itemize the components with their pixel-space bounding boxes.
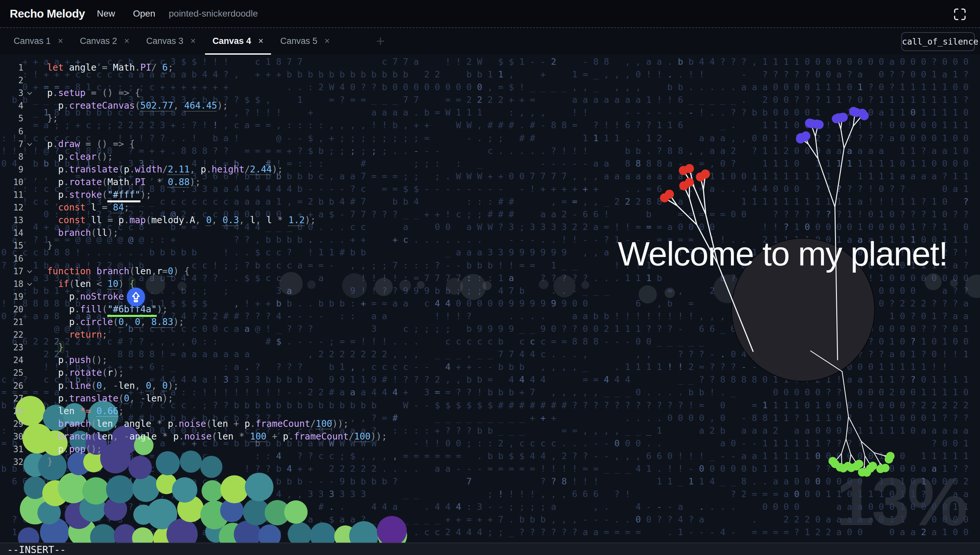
code-text: }; [47, 112, 58, 124]
tab-label: Canvas 3 [146, 36, 183, 46]
code-text: p.circle(0, 0, 8.83); [47, 316, 184, 328]
line-number: 29 [0, 419, 23, 429]
tab-canvas-1[interactable]: Canvas 1× [5, 27, 72, 55]
code-line[interactable]: 12 const l = 84; [0, 201, 980, 214]
code-line[interactable]: 1let angle = Math.PI/ 6; [0, 61, 980, 74]
code-line[interactable]: 11 p.stroke("#fff"); [0, 188, 980, 201]
code-line[interactable]: 31 p.pop(); [0, 443, 980, 456]
tab-canvas-4[interactable]: Canvas 4× [204, 27, 272, 55]
code-line[interactable]: 5}; [0, 112, 980, 125]
tab-label: Canvas 4 [213, 36, 251, 46]
code-line[interactable]: 17function branch(len,r=0) { [0, 265, 980, 278]
code-line[interactable]: 13 const ll = p.map(melody.A, 0, 0.3, l,… [0, 214, 980, 226]
editor[interactable]: 13% + + a a + + , , c c b . c c 3 $ $ ! … [0, 55, 980, 543]
fold-chevron-icon[interactable] [27, 269, 32, 275]
tab-canvas-5[interactable]: Canvas 5× [272, 27, 338, 55]
menu-open[interactable]: Open [133, 0, 155, 27]
code-line[interactable]: 27 p.translate(0, -len); [0, 392, 980, 405]
editor-mode: --INSERT-- [7, 544, 66, 555]
close-icon[interactable]: × [325, 37, 330, 45]
code-text: const ll = p.map(melody.A, 0, 0.3, l, l … [47, 214, 316, 226]
fold-chevron-icon[interactable] [27, 141, 32, 148]
line-number: 28 [0, 406, 23, 416]
line-number: 14 [0, 228, 23, 238]
ai-suggest-button[interactable] [127, 287, 145, 306]
code-text: p.fill("#6bff4a"); [47, 303, 168, 315]
code-line[interactable]: 2 [0, 74, 980, 87]
code-text: len *= 0.66; [47, 405, 124, 417]
fold-chevron-icon[interactable] [27, 281, 32, 287]
line-number: 12 [0, 202, 23, 213]
code-line[interactable]: 8 p.clear(); [0, 150, 980, 163]
code-text: let angle = Math.PI/ 6; [47, 62, 173, 74]
code-text: p.setup = () => { [47, 87, 141, 99]
code-line[interactable]: 4 p.createCanvas(502.77, 464.45); [0, 99, 980, 112]
code-line[interactable]: 32} [0, 456, 980, 468]
code-text: } [47, 342, 64, 353]
close-icon[interactable]: × [190, 37, 196, 45]
preset-select-value: call_of_silence [902, 37, 978, 47]
code-line[interactable]: 24 p.push(); [0, 354, 980, 366]
close-icon[interactable]: × [124, 37, 129, 45]
line-number: 25 [0, 367, 23, 378]
code-line[interactable]: 18 if(len < 10) { [0, 278, 980, 290]
code-text: p.translate(0, -len); [47, 393, 173, 404]
code-line[interactable]: 25 p.rotate(r); [0, 366, 980, 379]
code-line[interactable]: 16 [0, 252, 980, 265]
code-area[interactable]: 1let angle = Math.PI/ 6;23p.setup = () =… [0, 61, 980, 543]
code-text: p.draw = () => { [47, 138, 135, 150]
code-line[interactable]: 26 p.line(0, -len, 0, 0); [0, 379, 980, 392]
code-line[interactable]: 30 branch(len, -angle * p.noise(len * 10… [0, 430, 980, 443]
tab-label: Canvas 2 [80, 36, 117, 46]
line-number: 19 [0, 292, 23, 302]
code-text: p.rotate(Math.PI * 0.88); [47, 176, 201, 188]
code-line[interactable]: 28 len *= 0.66; [0, 405, 980, 417]
line-number: 15 [0, 241, 23, 251]
line-number: 21 [0, 317, 23, 327]
code-line[interactable]: 9 p.translate(p.width/2.11, p.height/2.4… [0, 163, 980, 176]
close-icon[interactable]: × [58, 37, 63, 45]
tab-label: Canvas 1 [14, 36, 51, 46]
code-line[interactable]: 19 p.noStroke [0, 290, 980, 303]
add-canvas-button[interactable]: + [371, 32, 390, 50]
code-line[interactable]: 20 p.fill("#6bff4a"); [0, 303, 980, 316]
arrow-up-icon [130, 291, 141, 303]
preset-select[interactable]: call_of_silence [901, 32, 975, 51]
tab-canvas-2[interactable]: Canvas 2× [72, 27, 138, 55]
code-line[interactable]: 15} [0, 239, 980, 252]
project-name[interactable]: pointed-snickerdoodle [169, 0, 258, 27]
fullscreen-button[interactable] [953, 7, 967, 21]
line-number: 32 [0, 457, 23, 467]
code-line[interactable]: 21 p.circle(0, 0, 8.83); [0, 316, 980, 328]
code-line[interactable]: 10 p.rotate(Math.PI * 0.88); [0, 176, 980, 188]
code-text: p.clear(); [47, 151, 113, 163]
code-line[interactable]: 14 branch(ll); [0, 226, 980, 239]
code-line[interactable]: 6 [0, 125, 980, 138]
tab-canvas-3[interactable]: Canvas 3× [138, 27, 204, 55]
fold-chevron-icon[interactable] [27, 90, 32, 96]
code-text: p.noStroke [47, 291, 124, 303]
line-number: 4 [0, 101, 23, 111]
code-text: p.line(0, -len, 0, 0); [47, 380, 179, 392]
line-number: 11 [0, 190, 23, 200]
code-line[interactable]: 7p.draw = () => { [0, 138, 980, 150]
code-text: branch(len, angle * p.noise(len + p.fram… [47, 418, 349, 430]
close-icon[interactable]: × [258, 37, 263, 45]
line-number: 26 [0, 381, 23, 391]
code-line[interactable]: 22 return; [0, 328, 980, 341]
line-number: 10 [0, 177, 23, 188]
code-text: p.pop(); [47, 443, 102, 455]
code-text: branch(len, -angle * p.noise(len * 100 +… [47, 431, 387, 443]
recho-melody-app: Recho Melody New Open pointed-snickerdoo… [0, 0, 980, 555]
line-number: 8 [0, 152, 23, 162]
code-line[interactable]: 29 branch(len, angle * p.noise(len + p.f… [0, 417, 980, 430]
line-number: 18 [0, 279, 23, 289]
line-number: 7 [0, 139, 23, 149]
code-line[interactable]: 3p.setup = () => { [0, 87, 980, 99]
line-number: 16 [0, 253, 23, 264]
code-line[interactable]: 23 } [0, 341, 980, 354]
line-number: 31 [0, 444, 23, 454]
code-text: } [47, 240, 53, 252]
menu-new[interactable]: New [97, 0, 115, 27]
line-number: 17 [0, 266, 23, 276]
